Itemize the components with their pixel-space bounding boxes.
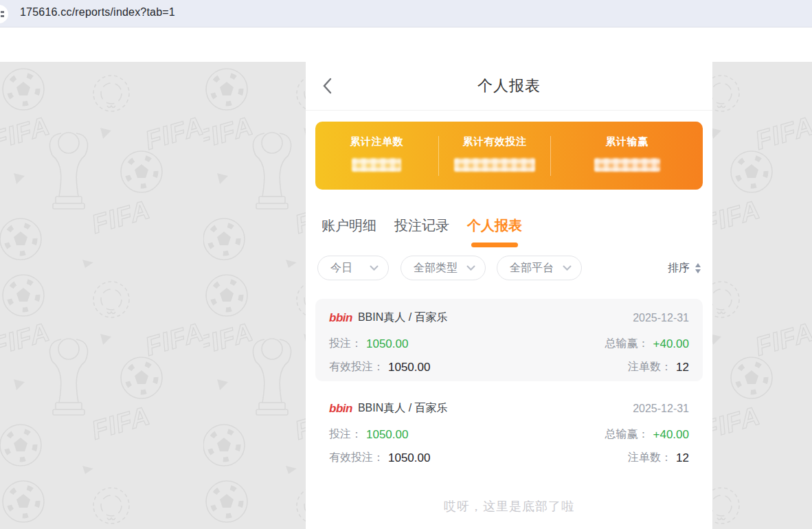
mobile-page: 个人报表 累计注单数 累计有效投注 累计输赢 账户明细 [306,62,712,529]
game-name: BBIN真人 / 百家乐 [358,311,448,325]
redacted-value [454,158,535,172]
site-info-icon[interactable] [0,5,8,23]
platform-filter-value: 全部平台 [510,261,554,275]
filters-bar: 今日 全部类型 全部平台 排序 [317,256,701,280]
record-date: 2025-12-31 [633,403,689,415]
summary-label: 累计输赢 [606,135,649,148]
tab-underline [398,243,445,247]
page-header: 个人报表 [306,62,712,111]
list-end-message: 哎呀，这里是底部了啦 [306,498,712,515]
record-date: 2025-12-31 [633,312,689,324]
summary-stats-card: 累计注单数 累计有效投注 累计输赢 [315,122,703,190]
chevron-down-icon [370,265,379,271]
report-list: bbin BBIN真人 / 百家乐 2025-12-31 投注： 1050.00… [306,299,712,472]
tab-account-details[interactable]: 账户明细 [322,216,376,247]
tab-bet-records[interactable]: 投注记录 [394,216,449,247]
tab-underline [326,243,372,247]
summary-label: 累计有效投注 [462,135,526,148]
bet-label: 投注： [329,337,362,351]
bet-count-value: 12 [676,451,689,465]
summary-col-winloss: 累计输赢 [551,122,703,190]
winloss-value: +40.00 [653,428,689,442]
sort-arrows-icon [695,263,701,273]
sort-label: 排序 [668,261,690,275]
platform-filter-dropdown[interactable]: 全部平台 [497,256,582,280]
bet-count-label: 注单数： [628,451,672,465]
type-filter-value: 全部类型 [414,261,458,275]
bet-count-value: 12 [676,361,689,374]
redacted-value [594,158,660,172]
valid-bet-value: 1050.00 [388,451,430,465]
tab-label: 个人报表 [467,216,522,235]
report-row[interactable]: bbin BBIN真人 / 百家乐 2025-12-31 投注： 1050.00… [315,390,703,472]
redacted-value [352,158,401,172]
summary-col-bet-count: 累计注单数 [315,122,438,190]
summary-col-valid-bets: 累计有效投注 [439,122,550,190]
page-title: 个人报表 [306,76,712,96]
report-row[interactable]: bbin BBIN真人 / 百家乐 2025-12-31 投注： 1050.00… [315,299,703,381]
bet-value: 1050.00 [366,337,408,351]
bbin-logo: bbin [329,311,352,325]
screenshot-viewport: 175616.cc/reports/index?tab=1 [0,0,812,529]
valid-bet-label: 有效投注： [329,360,384,374]
bet-count-label: 注单数： [628,360,672,374]
winloss-value: +40.00 [653,337,689,351]
valid-bet-value: 1050.00 [388,361,430,374]
tabs-bar: 账户明细 投注记录 个人报表 [322,216,712,247]
tab-label: 账户明细 [322,216,376,235]
date-filter-value: 今日 [330,261,352,275]
browser-url-bar[interactable]: 175616.cc/reports/index?tab=1 [0,0,812,27]
tab-personal-report[interactable]: 个人报表 [467,216,522,247]
winloss-label: 总输赢： [605,337,649,351]
winloss-label: 总输赢： [605,427,649,442]
bbin-logo: bbin [329,402,352,416]
bet-label: 投注： [329,427,362,442]
url-text[interactable]: 175616.cc/reports/index?tab=1 [20,6,175,19]
tab-underline [471,243,518,247]
chevron-down-icon [466,265,475,271]
valid-bet-label: 有效投注： [329,451,384,465]
sort-control[interactable]: 排序 [668,261,701,275]
date-filter-dropdown[interactable]: 今日 [317,256,389,280]
chevron-down-icon [563,265,572,271]
tab-label: 投注记录 [394,216,449,235]
summary-label: 累计注单数 [350,135,404,148]
game-name: BBIN真人 / 百家乐 [358,401,448,416]
bet-value: 1050.00 [366,428,408,442]
type-filter-dropdown[interactable]: 全部类型 [401,256,486,280]
